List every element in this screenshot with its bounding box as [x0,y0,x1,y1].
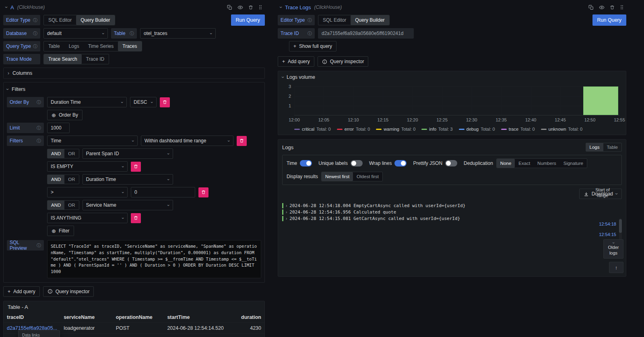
or-option[interactable]: OR [64,175,78,184]
query-inspector-button[interactable]: Query inspector [318,56,369,67]
prettify-json-toggle[interactable] [445,160,457,166]
log-line[interactable]: ›2024-06-28 12:54:15.081 GetCartAsync ca… [282,215,586,222]
order-by-direction-select[interactable]: DESC› [130,97,157,107]
query-type-logs[interactable]: Logs [64,41,84,51]
legend-item[interactable]: criticalTotal: 0 [294,127,331,132]
expand-chevron-icon[interactable]: › [286,216,287,221]
legend-item[interactable]: warningTotal: 0 [376,127,415,132]
filter-operator-select[interactable]: IS EMPTY› [47,161,128,172]
and-option[interactable]: AND [47,175,64,184]
info-icon[interactable]: ⓘ [37,99,41,105]
run-query-button[interactable]: Run Query [231,14,265,26]
logs-scrollbar-thumb[interactable] [619,219,622,233]
wrap-lines-toggle[interactable] [394,160,407,166]
remove-filter-button[interactable] [198,187,208,197]
unique-labels-toggle[interactable] [351,160,363,166]
col-starttime[interactable]: startTime [164,312,238,323]
expand-chevron-icon[interactable]: › [286,203,287,208]
info-icon[interactable]: ⓘ [33,17,37,23]
newest-first-option[interactable]: Newest first [322,172,353,181]
dedup-numbers-option[interactable]: Numbers [534,159,560,168]
info-icon[interactable]: ⓘ [37,125,41,131]
legend-item[interactable]: debugTotal: 0 [459,127,495,132]
filter-field-select[interactable]: Service Name› [83,200,173,210]
time-toggle[interactable] [300,160,312,166]
sql-editor-option[interactable]: SQL Editor [44,15,76,25]
hide-query-eye-icon[interactable] [599,5,605,10]
database-select[interactable]: default› [43,28,108,39]
legend-item[interactable]: errorTotal: 0 [337,127,370,132]
info-icon[interactable]: ⓘ [37,138,41,144]
query-inspector-button[interactable]: Query inspector [43,286,94,297]
filter-field-select[interactable]: Time› [47,136,138,146]
remove-filter-button[interactable] [131,213,141,223]
oldest-first-option[interactable]: Oldest first [353,172,382,181]
run-query-button[interactable]: Run Query [592,14,626,26]
log-line[interactable]: ›2024-06-28 12:54:16.956 Calculated quot… [282,209,586,215]
query-builder-option[interactable]: Query Builder [76,15,114,25]
drag-handle-icon[interactable] [258,4,262,10]
info-icon[interactable]: ⓘ [308,17,312,23]
add-query-button[interactable]: +Add query [278,56,314,67]
add-filter-button[interactable]: ⊕Filter [47,226,74,236]
info-icon[interactable]: ⓘ [33,31,37,37]
remove-order-by-button[interactable] [160,97,170,107]
col-servicename[interactable]: serviceName [60,312,113,323]
trace-id-option[interactable]: Trace ID [82,54,109,64]
log-line[interactable]: ›2024-06-28 12:54:18.004 EmptyCartAsync … [282,202,586,209]
info-icon[interactable]: ⓘ [37,242,41,249]
info-icon[interactable]: ⓘ [308,31,312,37]
filters-section-toggle[interactable]: › Filters [7,86,261,93]
add-query-button[interactable]: +Add query [3,286,40,297]
legend-item[interactable]: unknownTotal: 0 [541,127,583,132]
query-type-table[interactable]: Table [44,41,64,51]
drag-handle-icon[interactable] [620,4,624,10]
and-option[interactable]: AND [47,201,64,210]
hide-query-eye-icon[interactable] [237,5,243,10]
query-builder-option[interactable]: Query Builder [351,15,389,25]
remove-query-trash-icon[interactable] [248,5,253,10]
trace-id-input[interactable] [318,28,414,39]
table-select[interactable]: otel_traces› [140,28,216,39]
info-icon[interactable]: ⓘ [130,31,134,37]
duplicate-query-icon[interactable] [588,5,594,10]
col-traceid[interactable]: traceID [4,312,60,323]
filter-value-input[interactable] [131,187,195,197]
col-duration[interactable]: duration [238,312,264,323]
scroll-to-top-button[interactable]: ↑ [609,262,623,273]
filter-operator-select[interactable]: IS ANYTHING› [47,213,128,223]
query-type-traces[interactable]: Traces [118,41,141,51]
collapse-chevron-icon[interactable]: › [4,6,9,8]
sql-editor-option[interactable]: SQL Editor [318,15,351,25]
filter-field-select[interactable]: Parent Span ID› [83,148,173,159]
remove-filter-button[interactable] [237,136,247,146]
filter-operator-select[interactable]: Within dashboard time range› [141,136,233,146]
collapse-chevron-icon[interactable]: › [279,6,283,8]
legend-item[interactable]: traceTotal: 0 [501,127,535,132]
show-full-query-button[interactable]: +Show full query [289,41,336,51]
columns-section-toggle[interactable]: › Columns [3,68,265,79]
logs-view-option[interactable]: Logs [586,143,603,151]
query-type-timeseries[interactable]: Time Series [84,41,118,51]
col-operationname[interactable]: operationName [113,312,164,323]
expand-chevron-icon[interactable]: › [286,210,287,214]
limit-input[interactable] [47,123,70,133]
table-view-option[interactable]: Table [603,143,622,151]
info-icon[interactable]: ⓘ [33,43,37,49]
remove-filter-button[interactable] [131,162,141,172]
logs-volume-header[interactable]: › Logs volume [282,74,622,80]
dedup-exact-option[interactable]: Exact [515,159,534,168]
dedup-none-option[interactable]: None [497,159,515,168]
older-logs-button[interactable]: ›Older logs [603,239,623,259]
legend-item[interactable]: infoTotal: 3 [421,127,452,132]
info-logs-bar[interactable] [583,86,618,115]
filter-operator-select[interactable]: >› [47,187,128,197]
filter-field-select[interactable]: Duration Time› [83,174,173,185]
duplicate-query-icon[interactable] [227,5,232,10]
add-order-by-button[interactable]: ⊕Order By [47,110,83,120]
remove-query-trash-icon[interactable] [610,5,615,10]
or-option[interactable]: OR [64,201,78,210]
order-by-field-select[interactable]: Duration Time› [47,97,127,107]
or-option[interactable]: OR [64,149,78,158]
and-option[interactable]: AND [47,149,64,158]
